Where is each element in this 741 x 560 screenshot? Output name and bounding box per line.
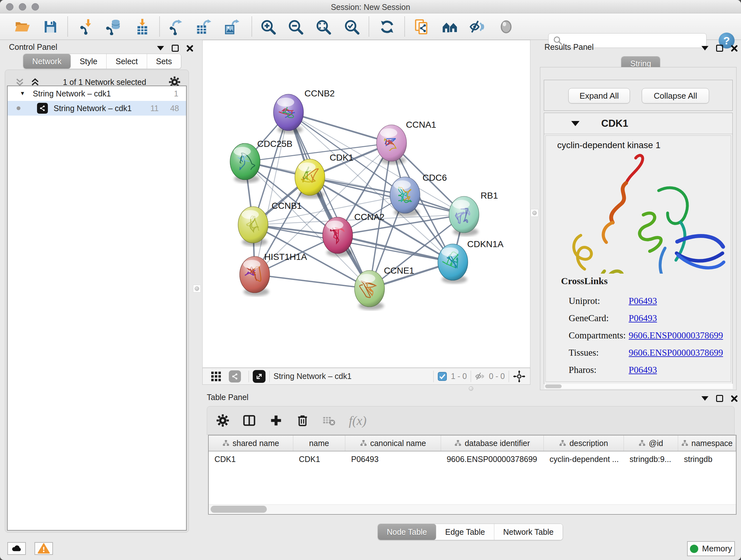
close-panel-icon[interactable]: [186, 45, 193, 52]
tab-select[interactable]: Select: [107, 54, 147, 69]
warnings-button[interactable]: [35, 542, 53, 555]
memory-status-button[interactable]: Memory: [687, 541, 735, 556]
right-splitter-handle[interactable]: [531, 209, 538, 217]
import-network-icon: [78, 18, 95, 35]
close-panel-icon[interactable]: [731, 45, 738, 52]
table-options-gear-icon[interactable]: [216, 414, 229, 427]
network-edge[interactable]: [255, 274, 369, 289]
crosslink-value-link[interactable]: 9606.ENSP00000378699: [629, 330, 723, 341]
column-header-name[interactable]: name: [293, 435, 346, 451]
delete-column-trash-icon[interactable]: [296, 414, 309, 427]
open-view-icon[interactable]: [253, 370, 266, 383]
crosslink-value-link[interactable]: P06493: [629, 296, 657, 306]
column-header-canonical-name[interactable]: canonical name: [345, 435, 441, 451]
import-table-button[interactable]: [133, 18, 151, 36]
add-column-icon[interactable]: [269, 414, 283, 428]
close-panel-icon[interactable]: [731, 395, 738, 402]
crosslink-value-link[interactable]: 9606.ENSP00000378699: [629, 348, 723, 358]
tab-style[interactable]: Style: [71, 54, 107, 69]
tab-edge-table[interactable]: Edge Table: [436, 524, 494, 540]
network-edge[interactable]: [255, 112, 288, 274]
refresh-icon: [379, 18, 395, 35]
export-network-icon: [167, 18, 184, 35]
expand-all-button[interactable]: Expand All: [568, 88, 630, 104]
column-header-description[interactable]: description: [544, 435, 624, 451]
table-row[interactable]: CDK1CDK1P064939606.ENSP00000378699cyclin…: [209, 451, 736, 467]
scrollbar-thumb[interactable]: [211, 506, 267, 513]
collapse-panel-icon[interactable]: [701, 46, 709, 51]
show-columns-icon[interactable]: [242, 414, 256, 428]
results-panel-scrollbar[interactable]: [544, 384, 733, 389]
network-node-CDKN1A[interactable]: CDKN1A: [438, 239, 503, 284]
horizontal-splitter-grip[interactable]: [469, 386, 473, 391]
zoom-in-button[interactable]: [259, 18, 277, 36]
network-row-selected[interactable]: String Network – cdk1 11 48: [8, 101, 186, 116]
node-label-RB1: RB1: [481, 191, 498, 200]
float-panel-icon[interactable]: [716, 45, 723, 52]
selected-checkbox-icon[interactable]: [437, 372, 447, 381]
column-header--id[interactable]: @id: [624, 435, 678, 451]
tab-node-table[interactable]: Node Table: [378, 524, 436, 540]
grid-view-icon[interactable]: [210, 371, 222, 382]
table-cell[interactable]: CDK1: [209, 451, 293, 467]
import-database-button[interactable]: [104, 18, 122, 36]
collapse-panel-icon[interactable]: [701, 396, 709, 401]
table-cell[interactable]: CDK1: [293, 451, 346, 467]
show-panels-button[interactable]: [497, 18, 515, 36]
collapse-panel-icon[interactable]: [157, 46, 164, 51]
share-document-button[interactable]: [413, 18, 431, 36]
column-header-database-identifier[interactable]: database identifier: [441, 435, 544, 451]
zoom-selected-button[interactable]: [343, 18, 360, 36]
string-home-button[interactable]: [441, 18, 459, 36]
network-node-RB1[interactable]: RB1: [449, 191, 498, 236]
node-label-CCNE1: CCNE1: [384, 266, 414, 275]
table-cell[interactable]: cyclin-dependent ...: [544, 451, 624, 467]
tab-network-table[interactable]: Network Table: [494, 524, 562, 540]
node-table-body: CDK1CDK1P064939606.ENSP00000378699cyclin…: [209, 451, 736, 467]
table-cell[interactable]: stringdb:9...: [624, 451, 678, 467]
crosslink-label: Pharos:: [569, 365, 629, 375]
table-cell[interactable]: stringdb: [678, 451, 736, 467]
zoom-fit-button[interactable]: [314, 18, 332, 36]
section-expand-arrow-icon[interactable]: [571, 121, 580, 126]
gene-section-header[interactable]: CDK1: [544, 113, 732, 134]
collapse-all-button[interactable]: Collapse All: [642, 88, 709, 104]
column-header-namespace[interactable]: namespace: [678, 435, 736, 451]
save-session-button[interactable]: [42, 18, 59, 36]
crosslink-value-link[interactable]: P06493: [629, 365, 657, 375]
table-horizontal-scrollbar[interactable]: [209, 504, 736, 513]
network-node-CCNE1[interactable]: CCNE1: [354, 266, 414, 310]
network-node-CDC6[interactable]: CDC6: [390, 173, 447, 216]
cloud-status-button[interactable]: [7, 542, 26, 555]
network-edge[interactable]: [288, 112, 392, 143]
import-network-button[interactable]: [77, 18, 95, 36]
network-node-CCNB1[interactable]: CCNB1: [238, 201, 302, 246]
export-network-button[interactable]: [167, 18, 185, 36]
network-collection-row[interactable]: ▼ String Network – cdk1 1: [8, 86, 186, 101]
export-image-button[interactable]: [222, 18, 240, 36]
string-network-graph[interactable]: CCNB2CCNA1CDC25BCDK1CDC6RB1CCNB1CCNA2CDK…: [203, 40, 530, 368]
float-panel-icon[interactable]: [172, 45, 179, 52]
network-node-HIST1H1A[interactable]: HIST1H1A: [240, 252, 307, 296]
fit-content-crosshair-icon[interactable]: [513, 370, 526, 383]
hidden-eye-slash-icon[interactable]: [475, 371, 486, 382]
zoom-out-button[interactable]: [286, 18, 305, 36]
network-canvas[interactable]: CCNB2CCNA1CDC25BCDK1CDC6RB1CCNB1CCNA2CDK…: [202, 40, 530, 368]
network-badge-gray-icon[interactable]: [229, 370, 241, 382]
network-node-CDC25B[interactable]: CDC25B: [230, 139, 292, 183]
hide-panels-button[interactable]: [469, 18, 487, 36]
table-cell[interactable]: 9606.ENSP00000378699: [441, 451, 544, 467]
crosslink-value-link[interactable]: P06493: [629, 313, 657, 323]
crosslink-row: Tissues:9606.ENSP00000378699: [569, 344, 728, 361]
node-label-CCNA1: CCNA1: [406, 120, 436, 130]
open-session-button[interactable]: [13, 18, 31, 36]
column-header-shared-name[interactable]: shared name: [209, 435, 293, 451]
float-panel-icon[interactable]: [716, 395, 723, 402]
tab-sets[interactable]: Sets: [147, 54, 181, 69]
refresh-view-button[interactable]: [378, 18, 396, 36]
left-splitter-handle[interactable]: [193, 285, 201, 293]
export-table-button[interactable]: [194, 18, 212, 36]
table-cell[interactable]: P06493: [345, 451, 441, 467]
tab-network[interactable]: Network: [23, 54, 71, 69]
tree-expand-arrow-icon[interactable]: ▼: [20, 90, 25, 97]
